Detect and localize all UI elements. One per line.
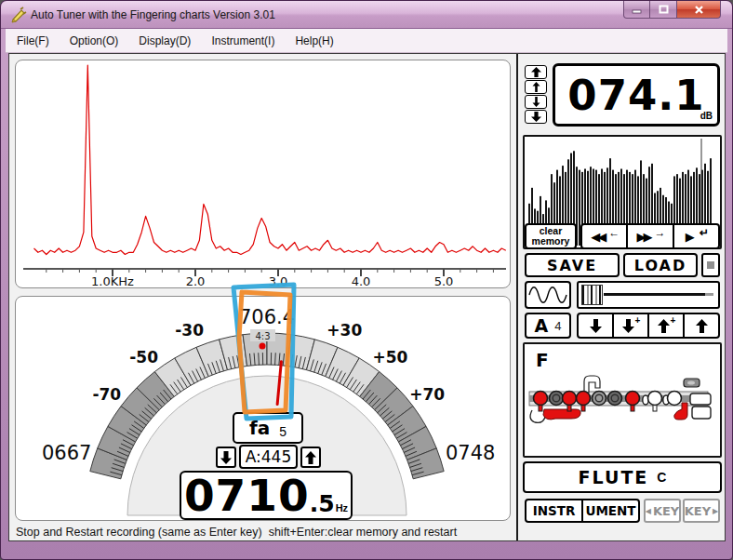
level-down-button[interactable] [525,95,547,109]
trill-lever [584,376,600,393]
font-size-button[interactable]: A 4 [525,313,571,339]
fingering-note-letter: F [536,349,549,371]
clear-memory-label-2: memory [532,236,570,247]
play-icon: ▶ [686,230,698,244]
left-triangle-icon: ◀ [646,507,651,515]
arrow-up-icon [305,451,316,464]
svg-text:+70: +70 [409,385,445,404]
octave-up-button[interactable] [683,314,718,337]
forward-button[interactable]: ▶▶ → [626,225,672,247]
right-panel: 074.1 dB clear memory ◀◀ ← ▶▶ → [523,58,722,534]
range-low-label: 0667 [42,442,91,464]
instrument-button-right[interactable]: UMENT [581,500,638,521]
menu-bar: File(F) Option(O) Display(D) Instrument(… [6,29,727,53]
stop-button[interactable] [701,253,720,277]
arrow-down-icon [220,451,232,464]
foot-roller-key-2 [692,407,711,419]
level-up-fast-button[interactable] [525,65,547,79]
range-high-label: 0748 [446,442,495,464]
rewind-button[interactable]: ◀◀ ← [582,225,626,247]
window-title: Auto Tuner with the Fingering charts Ver… [31,8,275,21]
level-spinner [525,65,547,124]
instrument-name: FLUTE [579,467,649,487]
maximize-icon [659,5,669,14]
note-octave: 5 [279,424,287,439]
key-next-button[interactable]: KEY ▶ [683,499,720,523]
measured-frequency-display: 0710 .5 Hz [180,471,353,520]
arrow-down-icon [590,319,602,333]
play-enter-button[interactable]: ▶ ↵ [673,225,718,247]
stop-square-icon [707,261,714,269]
svg-text:2.0: 2.0 [186,274,206,287]
sine-wave-icon [527,284,568,306]
svg-text:-70: -70 [92,385,121,404]
svg-text:4.0: 4.0 [352,274,371,287]
waveform-button[interactable] [525,281,571,309]
semitone-up-button[interactable]: + [647,314,683,337]
svg-text:+50: +50 [372,348,407,367]
note-name: fa [249,417,270,439]
status-bar: Stop and Restart recording (same as Ente… [16,526,457,539]
key-prev-button[interactable]: ◀ KEY [644,499,681,523]
reference-up-button[interactable] [300,447,321,468]
key-prev-label: KEY [653,504,679,518]
level-up-button[interactable] [525,80,547,94]
spectrum-panel: 1.0KHz2.03.04.05.0 [15,60,511,288]
minimize-button[interactable] [623,1,650,19]
db-unit: dB [700,111,713,121]
position-slider[interactable] [577,281,720,309]
load-button[interactable]: LOAD [623,253,698,277]
menu-help[interactable]: Help(H) [292,33,336,49]
menu-instrument[interactable]: Instrument(I) [208,33,277,49]
clear-memory-button[interactable]: clear memory [525,223,577,249]
playback-controls: ◀◀ ← ▶▶ → ▶ ↵ [580,223,720,249]
target-frequency-readout: 706.4 [207,306,327,328]
enter-arrow-icon: ↵ [700,226,709,239]
save-button[interactable]: SAVE [525,253,620,277]
forward-icon: ▶▶ [636,230,652,244]
transpose-controls: + + [577,313,720,339]
arrow-up-icon [696,319,708,333]
semitone-down-button[interactable]: + [612,314,647,337]
svg-text:1.0KHz: 1.0KHz [91,274,134,287]
note-display: fa 5 [233,412,303,444]
svg-text:5.0: 5.0 [434,274,454,287]
reference-down-button[interactable] [216,447,236,468]
menu-option[interactable]: Option(O) [67,33,122,49]
svg-text:-30: -30 [175,321,204,340]
level-db-display: 074.1 dB [553,63,720,127]
foot-joint-cap-detail [687,381,695,385]
thumb-key-lever [543,409,580,420]
close-button[interactable] [677,1,721,19]
arrow-up-icon [658,319,670,333]
svg-text:4:3: 4:3 [255,331,270,341]
octave-down-button[interactable] [579,314,612,337]
menu-display[interactable]: Display(D) [136,33,193,49]
foot-roller-key-1 [690,393,711,405]
slider-thumb[interactable] [581,285,603,305]
slider-track [604,293,705,296]
instrument-button[interactable]: INSTR UMENT [525,499,640,523]
frequency-digits: 0710 [184,475,310,515]
frequency-unit: Hz [336,502,348,513]
vertical-divider [516,54,518,540]
font-number: 4 [554,319,561,333]
svg-text:+30: +30 [327,321,362,340]
instrument-display: FLUTE C [523,461,722,493]
fingering-chart-panel: F [523,342,722,458]
arrow-down-bold-icon [531,112,541,122]
app-window: Auto Tuner with the Fingering charts Ver… [0,0,733,560]
arrow-down-icon [622,319,634,333]
level-down-fast-button[interactable] [525,110,547,124]
menu-file[interactable]: File(F) [14,33,52,49]
rewind-arrow-icon: ← [608,226,620,239]
font-letter: A [535,315,549,336]
svg-text:-50: -50 [129,348,158,367]
instrument-key: C [657,470,666,485]
forward-arrow-icon: → [654,226,665,239]
content-area: 1.0KHz2.03.04.05.0 -30-50-70+30+50+704:3… [8,53,726,541]
instrument-button-left[interactable]: INSTR [526,500,581,521]
titlebar[interactable]: Auto Tuner with the Fingering charts Ver… [1,1,732,29]
arrow-up-bold-icon [531,67,541,77]
maximize-button[interactable] [650,1,677,19]
